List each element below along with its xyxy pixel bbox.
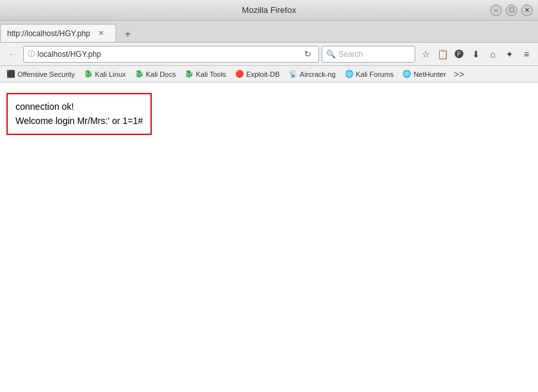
kali-tools-icon: 🐉 [185, 70, 194, 78]
clipboard-icon: 📋 [437, 49, 448, 59]
home-icon: ⌂ [490, 49, 495, 59]
bookmarks-bar: ⬛ Offensive Security 🐉 Kali Linux 🐉 Kali… [0, 66, 538, 83]
menu-icon: ≡ [524, 49, 529, 59]
back-icon: ← [8, 49, 17, 59]
connection-status: connection ok! [16, 99, 143, 114]
minimize-button[interactable]: – [490, 5, 502, 16]
navigation-bar: ← ⓘ localhost/HGY.php ↻ 🔍 Search ☆ 📋 🅟 ⬇… [0, 43, 538, 66]
url-text: localhost/HGY.php [37, 50, 298, 59]
bookmark-star-icon: ☆ [422, 49, 430, 59]
pocket-icon: 🅟 [455, 49, 464, 59]
active-tab[interactable]: http://localhost/HGY.php ✕ [0, 24, 116, 42]
exploit-db-icon: 🔴 [235, 70, 244, 78]
bookmark-aircrack[interactable]: 📡 Aircrack-ng [285, 68, 340, 79]
clipboard-button[interactable]: 📋 [435, 46, 450, 62]
bookmark-label: Kali Docs [146, 70, 176, 78]
address-icons: ⓘ [28, 49, 35, 59]
kali-linux-icon: 🐉 [84, 70, 93, 78]
bookmark-label: Kali Tools [196, 70, 226, 78]
bookmark-label: Exploit-DB [246, 70, 280, 78]
nethunter-icon: 🌐 [402, 70, 411, 78]
bookmark-label: Aircrack-ng [300, 70, 336, 78]
toolbar-icons: ☆ 📋 🅟 ⬇ ⌂ ✦ ≡ [418, 46, 534, 62]
info-icon: ⓘ [28, 49, 35, 59]
title-bar: Mozilla Firefox – ☐ ✕ [0, 0, 538, 21]
bookmark-kali-tools[interactable]: 🐉 Kali Tools [181, 68, 230, 79]
aircrack-icon: 📡 [289, 70, 298, 78]
tab-url: http://localhost/HGY.php [7, 29, 90, 38]
back-button[interactable]: ← [4, 46, 21, 63]
result-box: connection ok! Welcome login Mr/Mrs:' or… [6, 93, 152, 135]
new-tab-button[interactable]: + [119, 26, 137, 42]
bookmark-label: Offensive Security [17, 70, 75, 78]
bookmark-offensive-security[interactable]: ⬛ Offensive Security [3, 68, 79, 79]
maximize-button[interactable]: ☐ [506, 5, 517, 16]
bookmarks-more-button[interactable]: >> [451, 69, 467, 79]
kali-docs-icon: 🐉 [135, 70, 144, 78]
bookmark-kali-linux[interactable]: 🐉 Kali Linux [80, 68, 130, 79]
offensive-security-icon: ⬛ [6, 70, 16, 78]
search-bar[interactable]: 🔍 Search [322, 46, 415, 63]
download-button[interactable]: ⬇ [468, 46, 484, 62]
bookmark-kali-forums[interactable]: 🌐 Kali Forums [341, 68, 398, 79]
tab-close-button[interactable]: ✕ [98, 29, 104, 37]
welcome-message: Welcome login Mr/Mrs:' or 1=1# [16, 114, 143, 128]
window-controls: – ☐ ✕ [490, 5, 533, 16]
home-button[interactable]: ⌂ [485, 46, 501, 62]
close-button[interactable]: ✕ [521, 5, 533, 16]
bookmark-kali-docs[interactable]: 🐉 Kali Docs [131, 68, 180, 79]
tab-bar: http://localhost/HGY.php ✕ + [0, 21, 538, 43]
bookmark-nethunter[interactable]: 🌐 NetHunter [398, 68, 450, 79]
menu-button[interactable]: ≡ [519, 46, 534, 62]
search-placeholder: Search [338, 50, 363, 59]
kali-forums-icon: 🌐 [345, 70, 354, 78]
page-content: connection ok! Welcome login Mr/Mrs:' or… [0, 83, 538, 392]
bookmark-exploit-db[interactable]: 🔴 Exploit-DB [231, 68, 284, 79]
address-bar[interactable]: ⓘ localhost/HGY.php ↻ [23, 46, 319, 63]
dev-button[interactable]: ✦ [502, 46, 517, 62]
bookmark-label: Kali Forums [356, 70, 394, 78]
bookmark-label: Kali Linux [95, 70, 126, 78]
bookmark-star-button[interactable]: ☆ [418, 46, 433, 62]
bookmark-label: NetHunter [413, 70, 446, 78]
search-icon: 🔍 [326, 50, 336, 59]
reload-button[interactable]: ↻ [300, 47, 315, 61]
window-title: Mozilla Firefox [242, 5, 296, 15]
download-icon: ⬇ [472, 49, 480, 59]
pocket-button[interactable]: 🅟 [451, 46, 467, 62]
dev-icon: ✦ [506, 49, 513, 59]
